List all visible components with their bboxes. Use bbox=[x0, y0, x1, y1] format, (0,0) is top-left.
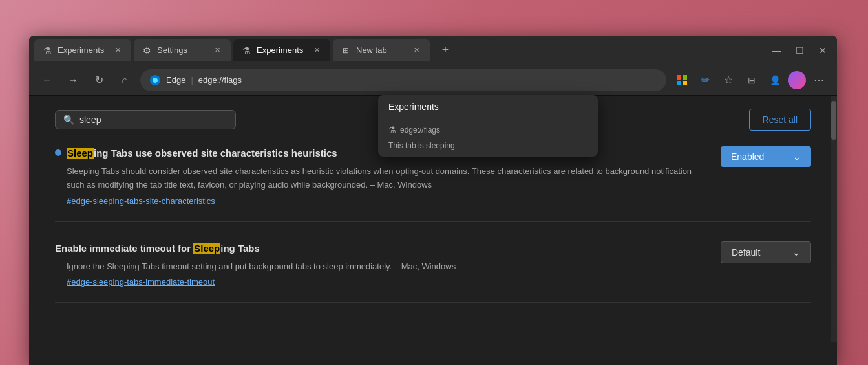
tab-settings[interactable]: ⚙ Settings ✕ bbox=[134, 39, 231, 61]
new-tab-icon: ⊞ bbox=[341, 45, 351, 56]
tab-label-2: Settings bbox=[157, 45, 206, 55]
search-box[interactable]: 🔍 bbox=[55, 110, 236, 129]
flag-default-dropdown[interactable]: Default ⌄ bbox=[721, 241, 811, 263]
tab-bar: ⚗ Experiments ✕ ⚙ Settings ✕ ⚗ Experimen… bbox=[29, 36, 837, 65]
tab-close-4[interactable]: ✕ bbox=[410, 45, 422, 56]
address-url: edge://flags bbox=[198, 75, 242, 85]
experiments-icon-active: ⚗ bbox=[241, 45, 251, 56]
svg-rect-0 bbox=[677, 75, 681, 80]
tab-new-tab[interactable]: ⊞ New tab ✕ bbox=[333, 39, 430, 61]
refresh-button[interactable]: ↻ bbox=[89, 70, 109, 91]
svg-rect-1 bbox=[683, 75, 687, 80]
chevron-down-icon-1: ⌄ bbox=[793, 151, 801, 162]
flag-item-2: Enable immediate timeout for Sleeping Ta… bbox=[55, 241, 811, 304]
flag-highlight-1: Sleep bbox=[67, 148, 94, 159]
home-button[interactable]: ⌂ bbox=[114, 70, 135, 91]
tab-label-4: New tab bbox=[356, 45, 405, 55]
dropdown-title: Experiments bbox=[388, 102, 587, 112]
flag-enabled-dropdown[interactable]: Enabled ⌄ bbox=[721, 146, 811, 167]
tab-label-1: Experiments bbox=[58, 45, 107, 55]
flag-title-2: Enable immediate timeout for Sleeping Ta… bbox=[55, 241, 260, 255]
profile-button[interactable]: 👤 bbox=[765, 70, 785, 91]
close-button[interactable]: ✕ bbox=[814, 41, 832, 60]
svg-rect-2 bbox=[677, 81, 681, 85]
scrollbar-thumb[interactable] bbox=[831, 101, 836, 140]
tab-experiments-1[interactable]: ⚗ Experiments ✕ bbox=[34, 39, 131, 61]
more-options-button[interactable]: ⋯ bbox=[809, 70, 829, 91]
favorites-icon[interactable]: ☆ bbox=[718, 70, 739, 91]
pen-icon[interactable]: ✏ bbox=[695, 70, 715, 91]
tab-experiments-active[interactable]: ⚗ Experiments ✕ bbox=[233, 39, 330, 61]
address-bar-row: ← → ↻ ⌂ Edge | edge://flags bbox=[29, 65, 837, 96]
dropdown-flask-icon: ⚗ bbox=[388, 125, 396, 135]
search-icon: 🔍 bbox=[63, 115, 74, 125]
back-button[interactable]: ← bbox=[37, 70, 58, 91]
flag-title-1: Sleeping Tabs use observed site characte… bbox=[67, 146, 337, 160]
browser-window: ⚗ Experiments ✕ ⚙ Settings ✕ ⚗ Experimen… bbox=[29, 36, 837, 365]
flag-link-1[interactable]: #edge-sleeping-tabs-site-characteristics bbox=[67, 196, 710, 206]
flag-item-1: Sleeping Tabs use observed site characte… bbox=[55, 146, 811, 222]
tab-label-3: Experiments bbox=[257, 45, 306, 55]
flag-control-2: Default ⌄ bbox=[721, 241, 811, 263]
m365-icon[interactable] bbox=[672, 70, 692, 91]
dropdown-item-experiments[interactable]: Experiments bbox=[378, 95, 598, 118]
flag-desc-2: Ignore the Sleeping Tabs timeout setting… bbox=[67, 260, 710, 274]
flag-header-2: Enable immediate timeout for Sleeping Ta… bbox=[55, 241, 710, 255]
flag-enabled-label: Enabled bbox=[731, 151, 764, 162]
avatar[interactable] bbox=[788, 71, 806, 89]
scrollbar-track[interactable] bbox=[831, 96, 837, 342]
tab-close-2[interactable]: ✕ bbox=[211, 45, 223, 56]
address-bar[interactable]: Edge | edge://flags bbox=[140, 69, 666, 91]
flag-control-1: Enabled ⌄ bbox=[721, 146, 811, 167]
flag-default-label: Default bbox=[732, 247, 760, 258]
toolbar-icons: ✏ ☆ ⊟ 👤 ⋯ bbox=[672, 70, 829, 91]
minimize-button[interactable]: — bbox=[767, 41, 785, 60]
collections-icon[interactable]: ⊟ bbox=[741, 70, 762, 91]
address-text: Edge | edge://flags bbox=[166, 75, 242, 85]
flag-desc-1: Sleeping Tabs should consider observed s… bbox=[67, 165, 710, 192]
flag-left-2: Enable immediate timeout for Sleeping Ta… bbox=[55, 241, 710, 287]
flag-highlight-2: Sleep bbox=[193, 243, 220, 254]
reset-all-button[interactable]: Reset all bbox=[749, 109, 811, 131]
maximize-button[interactable]: ☐ bbox=[790, 41, 809, 60]
flag-dot-1 bbox=[55, 149, 61, 156]
dropdown-sleeping-text: This tab is sleeping. bbox=[378, 141, 598, 157]
address-separator: | bbox=[191, 75, 193, 85]
address-dropdown: Experiments ⚗ edge://flags This tab is s… bbox=[378, 95, 598, 157]
search-input[interactable] bbox=[79, 115, 228, 125]
address-domain: Edge bbox=[166, 75, 185, 85]
tab-close-3[interactable]: ✕ bbox=[311, 45, 323, 56]
experiments-icon-1: ⚗ bbox=[42, 45, 52, 56]
chevron-down-icon-2: ⌄ bbox=[792, 247, 800, 258]
forward-button[interactable]: → bbox=[63, 70, 83, 91]
new-tab-button[interactable]: + bbox=[435, 40, 456, 61]
flag-row-2: Enable immediate timeout for Sleeping Ta… bbox=[55, 241, 811, 287]
edge-logo-icon bbox=[149, 74, 161, 86]
svg-rect-3 bbox=[683, 81, 687, 85]
settings-icon: ⚙ bbox=[142, 45, 152, 56]
window-controls: — ☐ ✕ bbox=[767, 41, 832, 60]
dropdown-sub: ⚗ edge://flags bbox=[388, 125, 587, 135]
dropdown-item-url[interactable]: ⚗ edge://flags bbox=[378, 118, 598, 141]
dropdown-url: edge://flags bbox=[400, 126, 440, 135]
tab-close-1[interactable]: ✕ bbox=[112, 45, 123, 56]
flag-link-2[interactable]: #edge-sleeping-tabs-immediate-timeout bbox=[67, 277, 710, 287]
